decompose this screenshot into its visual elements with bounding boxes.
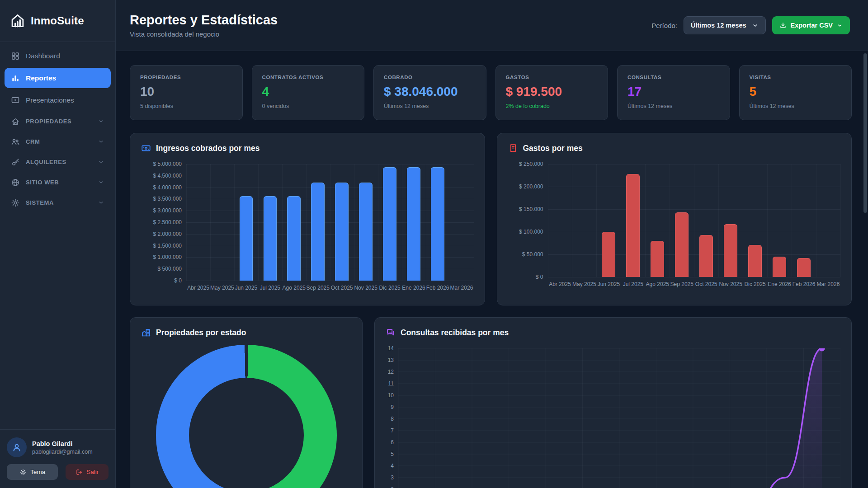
buildings-icon (141, 328, 151, 338)
stat-card-propiedades: PROPIEDADES105 disponibles (130, 65, 243, 120)
stat-label: COBRADO (384, 75, 476, 80)
stat-label: VISITAS (750, 75, 842, 80)
sun-icon (19, 469, 27, 476)
app-root: InmoSuite DashboardReportesPresentacione… (0, 0, 868, 488)
chevron-down-icon (752, 22, 759, 29)
stat-subtext: 5 disponibles (140, 103, 232, 109)
theme-button[interactable]: Tema (7, 464, 58, 480)
export-csv-button[interactable]: Exportar CSV (772, 16, 850, 34)
presentation-icon (11, 96, 20, 105)
sidebar-section-alquileres[interactable]: ALQUILERES (5, 153, 111, 171)
y-axis-tick: $ 150.000 (519, 206, 543, 212)
export-csv-label: Exportar CSV (791, 22, 833, 29)
logout-icon (75, 469, 83, 476)
income-bar-chart: $ 5.000.000$ 4.500.000$ 4.000.000$ 3.500… (141, 164, 474, 291)
inquiries-line-chart: 14131211109876543210 (386, 348, 840, 488)
x-axis-tick: Dic 2025 (378, 285, 402, 291)
x-axis-tick: Abr 2025 (548, 281, 572, 287)
sidebar-section-label: ALQUILERES (26, 159, 66, 165)
y-axis-tick: $ 50.000 (522, 251, 543, 258)
expenses-bar-chart: $ 250.000$ 200.000$ 150.000$ 100.000$ 50… (508, 164, 841, 287)
y-axis-tick: 13 (388, 357, 394, 363)
y-axis-tick: 2 (391, 486, 394, 488)
main-area: Reportes y Estadísticas Vista consolidad… (116, 0, 868, 488)
chevron-down-icon (98, 179, 104, 186)
y-axis-tick: $ 4.500.000 (153, 173, 182, 179)
y-axis-tick: $ 3.000.000 (153, 207, 182, 214)
x-axis-tick: Jul 2025 (258, 285, 282, 291)
user-box: Pablo Gilardi pablogilardi@gmail.com Tem… (0, 429, 115, 488)
x-axis-tick: Jun 2025 (596, 281, 621, 287)
grid-icon (11, 52, 20, 61)
expenses-chart-card: Gastos por mes $ 250.000$ 200.000$ 150.0… (497, 133, 852, 305)
y-axis-tick: 10 (388, 392, 394, 399)
x-axis-tick: Abr 2025 (186, 285, 210, 291)
sidebar-nav: DashboardReportesPresentacionesPROPIEDAD… (0, 42, 115, 212)
receipt-icon (508, 143, 518, 153)
x-axis-tick: Feb 2026 (792, 281, 816, 287)
y-axis-tick: 12 (388, 369, 394, 375)
bar-plot-area (186, 164, 474, 281)
bar-jul-2025 (264, 196, 277, 281)
chat-icon (386, 328, 396, 338)
sidebar-item-dashboard[interactable]: Dashboard (5, 46, 111, 66)
x-axis-tick: Oct 2025 (330, 285, 354, 291)
y-axis-tick: 4 (391, 463, 394, 469)
home-icon (11, 117, 20, 126)
stat-card-gastos: GASTOS$ 919.5002% de lo cobrado (495, 65, 609, 120)
sidebar-section-propiedades[interactable]: PROPIEDADES (5, 112, 111, 131)
y-axis-tick: 9 (391, 404, 394, 410)
properties-status-card: Propiedades por estado (130, 317, 363, 488)
sidebar-item-presentaciones[interactable]: Presentaciones (5, 90, 111, 110)
chevron-down-icon (98, 199, 104, 206)
stat-label: CONTRATOS ACTIVOS (262, 75, 354, 80)
stat-card-consultas: CONSULTAS17Últimos 12 meses (617, 65, 730, 120)
x-axis-tick: Mar 2026 (449, 285, 473, 291)
sidebar-section-sitio-web[interactable]: SITIO WEB (5, 173, 111, 192)
period-select[interactable]: Últimos 12 meses (684, 16, 766, 34)
sidebar-item-label: Reportes (26, 74, 56, 82)
sidebar-section-crm[interactable]: CRM (5, 132, 111, 151)
charts-row-2: Propiedades por estado Consultas recibid… (130, 317, 852, 488)
sidebar-section-sistema[interactable]: SISTEMA (5, 193, 111, 212)
chart-title: Ingresos cobrados por mes (156, 144, 260, 153)
x-axis-tick: May 2025 (210, 285, 234, 291)
brand-name: InmoSuite (31, 14, 84, 27)
stat-label: CONSULTAS (627, 75, 720, 80)
x-axis-tick: Ago 2025 (282, 285, 306, 291)
chevron-down-icon (98, 159, 104, 165)
stat-label: GASTOS (506, 75, 598, 80)
users-icon (11, 137, 20, 146)
y-axis-tick: 3 (391, 474, 394, 481)
scrollbar-thumb[interactable] (863, 53, 867, 213)
chevron-down-icon (98, 118, 104, 125)
logout-button[interactable]: Salir (66, 464, 108, 480)
line-plot-area (398, 348, 840, 488)
y-axis-tick: $ 500.000 (158, 266, 182, 272)
sidebar-item-reportes[interactable]: Reportes (5, 68, 111, 88)
bar-dic-2025 (748, 245, 762, 277)
sidebar-item-label: Dashboard (26, 52, 60, 60)
bar-chart-icon (11, 74, 20, 83)
bar-feb-2026 (431, 167, 444, 281)
page-subtitle: Vista consolidada del negocio (130, 30, 278, 38)
stat-card-cobrado: COBRADO$ 38.046.000Últimos 12 meses (373, 65, 486, 120)
key-icon (11, 158, 20, 167)
bar-plot-area (548, 164, 841, 277)
period-label: Período: (651, 22, 677, 29)
stat-value: $ 919.500 (506, 84, 598, 99)
scrollbar-track[interactable] (863, 51, 868, 488)
globe-icon (11, 178, 20, 187)
theme-button-label: Tema (30, 469, 45, 475)
x-axis-tick: May 2025 (572, 281, 596, 287)
bar-oct-2025 (699, 235, 713, 277)
sidebar-section-label: CRM (26, 138, 40, 145)
y-axis-tick: $ 1.000.000 (153, 254, 182, 260)
bar-sep-2025 (675, 212, 689, 277)
chart-title: Consultas recibidas por mes (401, 328, 509, 338)
stat-subtext: Últimos 12 meses (627, 103, 720, 109)
stat-subtext: 0 vencidos (262, 103, 354, 109)
bar-oct-2025 (335, 183, 349, 281)
stat-card-visitas: VISITAS5Últimos 12 meses (739, 65, 852, 120)
gear-icon (11, 198, 20, 207)
